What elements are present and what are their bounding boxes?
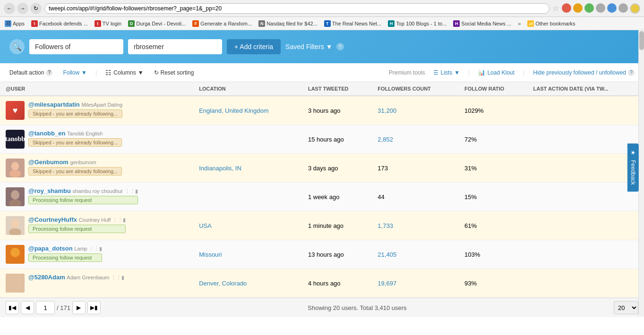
- search-icon[interactable]: 🔍: [9, 39, 25, 54]
- next-page-button[interactable]: ▶: [72, 301, 86, 314]
- status-badge: Processing follow request: [28, 253, 102, 262]
- users-table: @USER LOCATION LAST TWEETED FOLLOWERS CO…: [0, 82, 644, 298]
- durga-icon: D: [128, 20, 135, 27]
- last-tweeted-cell: 3 hours ago: [302, 96, 372, 125]
- first-page-button[interactable]: ▮◀: [6, 301, 19, 314]
- user-handle[interactable]: @CourtneyHuffx: [28, 216, 77, 223]
- feedback-tab[interactable]: ★ Feedback: [627, 143, 639, 192]
- user-handle[interactable]: @papa_dotson: [28, 245, 73, 252]
- col-user[interactable]: @USER: [0, 82, 193, 96]
- forward-button[interactable]: →: [17, 3, 28, 14]
- bookmark-apps[interactable]: ☷ Apps: [2, 19, 27, 28]
- location-cell: Missouri: [193, 240, 302, 269]
- bookmark-blogs[interactable]: H Top 100 Blogs - 1 to...: [385, 19, 449, 28]
- col-follow-ratio[interactable]: FOLLOW RATIO: [459, 82, 528, 96]
- bookmark-realnews[interactable]: T The Real News Net...: [321, 19, 385, 28]
- col-location[interactable]: LOCATION: [193, 82, 302, 96]
- follow-ratio-cell: 72%: [459, 125, 528, 154]
- back-button[interactable]: ←: [4, 3, 15, 14]
- url-bar[interactable]: [44, 3, 550, 14]
- user-cell: @papa_dotson Lamp ⋮⋮▮ Processing follow …: [6, 245, 188, 264]
- bookmark-star-icon[interactable]: ☆: [552, 4, 559, 13]
- svg-point-7: [11, 219, 19, 228]
- avatar: ♥: [6, 101, 25, 120]
- user-cell: @CourtneyHuffx Courtney Huff ⋮⋮▮ Process…: [6, 216, 188, 235]
- feedback-icon: ★: [630, 150, 636, 155]
- add-criteria-button[interactable]: + Add criteria: [227, 39, 281, 54]
- col-followers-count[interactable]: FOLLOWERS COUNT: [372, 82, 459, 96]
- page-number-input[interactable]: [36, 301, 55, 314]
- status-badge: Processing follow request: [28, 196, 138, 204]
- table-row: ♥ @milesapartdatin MilesApart Dating Ski…: [0, 96, 644, 125]
- columns-grid-icon: ☷: [105, 69, 112, 76]
- profile-avatar: [630, 3, 640, 14]
- bookmark-other[interactable]: 📁 Other bookmarks: [524, 19, 578, 28]
- last-tweeted-cell: 15 hours ago: [302, 125, 372, 154]
- status-badge: Processing follow request: [28, 225, 126, 233]
- user-display: Adam Greenbaum: [67, 275, 109, 280]
- follow-ratio-cell: 93%: [459, 269, 528, 298]
- bookmark-nasdaq[interactable]: N Nasdaq filed for $42...: [256, 19, 320, 28]
- avatar: [6, 187, 25, 206]
- user-display: genbumom: [70, 159, 96, 165]
- more-bookmarks-button[interactable]: »: [515, 20, 524, 27]
- columns-button[interactable]: ☷ Columns ▼: [102, 67, 147, 78]
- follow-button[interactable]: Follow ▼: [59, 67, 91, 78]
- user-cell: @Genbumom genbumom Skipped - you are alr…: [6, 159, 188, 177]
- last-action-cell: [528, 240, 644, 269]
- lists-button[interactable]: ☰ Lists ▼: [429, 67, 464, 78]
- prev-page-button[interactable]: ◀: [21, 301, 34, 314]
- user-display: shambu roy choudhur: [73, 188, 123, 194]
- total-pages: / 171: [57, 304, 70, 311]
- saved-filters-label: Saved Filters: [285, 43, 324, 50]
- bookmark-socialmedia[interactable]: H Social Media News ...: [450, 19, 514, 28]
- col-last-tweeted[interactable]: LAST TWEETED: [302, 82, 372, 96]
- traffic-light-green: [584, 3, 594, 13]
- user-handle[interactable]: @Genbumom: [28, 159, 69, 166]
- scrollbar-thumb[interactable]: [639, 31, 644, 50]
- columns-label: Columns: [113, 69, 136, 76]
- scrollbar-track[interactable]: [638, 30, 644, 316]
- columns-chevron-icon: ▼: [138, 69, 144, 76]
- lists-icon: ☰: [433, 69, 438, 76]
- hide-followed-button[interactable]: Hide previously followed / unfollowed ?: [529, 67, 638, 78]
- svg-rect-11: [6, 274, 25, 293]
- reset-sorting-button[interactable]: ↻ Reset sorting: [150, 67, 198, 78]
- filter-tag-input[interactable]: [29, 39, 123, 54]
- reset-icon: ↻: [154, 69, 159, 76]
- socialmedia-icon: H: [453, 20, 460, 27]
- followers-count-cell: 2,852: [372, 125, 459, 154]
- table-row: tanobb @tanobb_en Tanobb English Skipped…: [0, 125, 644, 154]
- last-page-button[interactable]: ▶▮: [87, 301, 101, 314]
- bookmark-facebook[interactable]: t Facebook defends ...: [28, 19, 91, 28]
- last-action-cell: [528, 96, 644, 125]
- per-page-select[interactable]: 20 50 100: [614, 301, 638, 314]
- bookmark-random[interactable]: F Generate a Random...: [189, 19, 255, 28]
- avatar: tanobb: [6, 130, 25, 149]
- bookmark-tvlogin[interactable]: t TV login: [92, 19, 124, 28]
- col-last-action[interactable]: LAST ACTION DATE (VIA TW...: [528, 82, 644, 96]
- reload-button[interactable]: ↻: [30, 3, 42, 14]
- traffic-light-yellow: [573, 3, 583, 13]
- status-badge: Skipped - you are already following...: [28, 167, 122, 176]
- load-klout-button[interactable]: 📊 Load Klout: [474, 67, 518, 78]
- location-cell: USA: [193, 211, 302, 240]
- status-badge: Skipped - you are already following...: [28, 138, 122, 147]
- user-info: @tanobb_en Tanobb English Skipped - you …: [28, 130, 122, 147]
- user-handle[interactable]: @tanobb_en: [28, 130, 65, 137]
- browser-controls: [562, 3, 640, 14]
- followers-count-cell: 1,733: [372, 211, 459, 240]
- default-action-button[interactable]: Default action ?: [6, 67, 56, 78]
- saved-filters-button[interactable]: Saved Filters ▼ ?: [285, 43, 344, 50]
- filter-value-input[interactable]: [128, 39, 222, 54]
- follow-ratio-cell: 61%: [459, 211, 528, 240]
- last-tweeted-cell: 1 minute ago: [302, 211, 372, 240]
- last-tweeted-cell: 4 hours ago: [302, 269, 372, 298]
- user-handle[interactable]: @roy_shambu: [28, 187, 71, 194]
- bookmark-durga[interactable]: D Durga Devi - Devoti...: [125, 19, 189, 28]
- user-handle[interactable]: @5280Adam: [28, 274, 65, 281]
- svg-point-1: [11, 162, 19, 170]
- follow-ratio-cell: 15%: [459, 183, 528, 211]
- table-row: @CourtneyHuffx Courtney Huff ⋮⋮▮ Process…: [0, 211, 644, 240]
- user-handle[interactable]: @milesapartdatin: [28, 101, 80, 108]
